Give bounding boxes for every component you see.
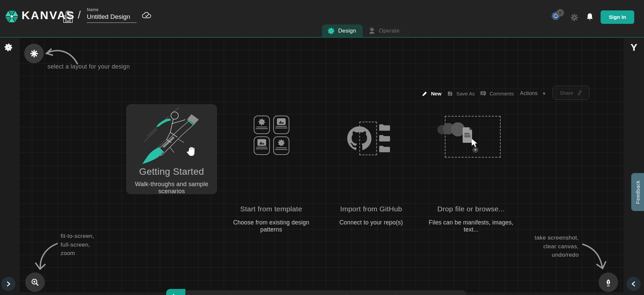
- resource-counter[interactable]: 0: [551, 11, 567, 22]
- tab-design-label: Design: [338, 28, 356, 34]
- design-name-field: Name Untitled Design: [87, 7, 137, 23]
- card-subtitle: Files can be manifests, images, text...: [422, 219, 520, 233]
- hand-cursor-icon: [186, 144, 198, 158]
- card-getting-started[interactable]: Getting Started Walk-throughs and sample…: [126, 104, 217, 194]
- tab-operate-label: Operate: [379, 28, 400, 34]
- name-field-label: Name: [87, 7, 137, 12]
- toolbar-separator: [230, 294, 230, 295]
- add-plus-badge: +: [472, 147, 478, 153]
- folder-icon: [379, 134, 390, 142]
- pen-nib-icon: [604, 278, 613, 287]
- select-pan-group: [166, 289, 185, 295]
- save-as-label: Save As: [456, 91, 475, 96]
- chevron-right-icon: [6, 281, 11, 287]
- folder-icon: [379, 145, 390, 153]
- card-title: Import from GitHub: [322, 205, 420, 213]
- card-title: Drop file or browse...: [422, 205, 520, 213]
- tab-design[interactable]: Design: [322, 25, 363, 37]
- workspace: Y select a layout for your design New: [0, 37, 644, 295]
- share-label: Share: [560, 90, 573, 96]
- card-import-github[interactable]: Import from GitHub Connect to your repo(…: [322, 115, 420, 194]
- pencil-new-icon: [422, 90, 428, 97]
- select-cursor-icon: [172, 293, 180, 295]
- floppy-save-icon: [447, 90, 453, 97]
- hint-line: clear canvas,: [505, 242, 579, 251]
- card-title: Start from template: [222, 205, 320, 213]
- y-partner-logo[interactable]: Y: [627, 42, 641, 53]
- hint-arrow-bottom-left: [32, 241, 60, 272]
- template-tile-spiral: [273, 136, 289, 155]
- github-octocat-icon: [347, 126, 371, 151]
- actions-label: Actions: [520, 90, 537, 96]
- new-label: New: [431, 91, 441, 96]
- operate-headset-icon: [368, 27, 375, 35]
- notification-count-badge: 0: [557, 9, 564, 16]
- hint-line: full-screen,: [61, 241, 94, 249]
- tab-operate[interactable]: Operate: [363, 25, 409, 37]
- expand-left-panel-button[interactable]: [1, 277, 15, 291]
- cursor-arrow-icon: [470, 138, 478, 148]
- card-start-from-template[interactable]: Start from template Choose from existing…: [222, 115, 320, 194]
- toolbar-separator: [347, 294, 347, 295]
- layout-asterisk-icon: [30, 49, 39, 58]
- hint-line: zoom: [61, 249, 94, 258]
- feedback-label: Feedback: [635, 180, 641, 204]
- sign-in-button[interactable]: Sign In: [601, 10, 634, 24]
- dropdown-arrow-icon: ▾: [543, 91, 545, 96]
- folder-icon: [379, 124, 390, 131]
- cloud-sync-status-icon: [141, 11, 153, 20]
- save-as-button[interactable]: Save As: [447, 87, 475, 100]
- kanvas-app: KANVAS / Name Untitled Design: [0, 0, 644, 295]
- share-button[interactable]: Share: [552, 86, 589, 100]
- hint-line: fit-to-screen,: [61, 232, 94, 241]
- organization-building-icon[interactable]: [63, 10, 73, 24]
- pen-actions-button[interactable]: [599, 272, 618, 292]
- settings-gear-icon[interactable]: [570, 13, 579, 22]
- card-title: Getting Started: [126, 166, 217, 177]
- notifications-bell-icon[interactable]: [585, 12, 594, 22]
- actions-dropdown[interactable]: Actions ▾: [520, 87, 545, 100]
- loading-spiral-icon: [4, 43, 13, 52]
- new-design-button[interactable]: New: [422, 87, 441, 100]
- template-tile-image: [254, 136, 270, 155]
- design-name-input[interactable]: Untitled Design: [87, 12, 137, 23]
- zoom-controls-button[interactable]: [25, 272, 45, 292]
- feedback-tab[interactable]: Feedback: [631, 173, 644, 211]
- card-subtitle: Walk-throughs and sample scenarios: [126, 181, 217, 195]
- hint-line: take screenshot,: [505, 234, 579, 242]
- comments-label: Comments: [490, 91, 514, 96]
- template-tile-spiral: [254, 116, 270, 134]
- zoom-hint-text: fit-to-screen, full-screen, zoom: [61, 232, 94, 258]
- tools-toolbar: T: [166, 290, 466, 295]
- design-spiral-icon: [327, 27, 335, 35]
- comments-bubble-icon: [480, 90, 487, 97]
- expand-right-panel-button[interactable]: [627, 277, 641, 291]
- select-tool-button[interactable]: [166, 289, 185, 295]
- right-side-strip: [625, 38, 644, 295]
- hint-arrow-bottom-right: [581, 241, 608, 271]
- chevron-left-icon: [631, 281, 636, 287]
- card-subtitle: Choose from existing design patterns: [222, 219, 320, 233]
- breadcrumb-separator: /: [78, 9, 81, 21]
- card-drop-file[interactable]: + Drop file or browse... Files can be ma…: [422, 115, 520, 194]
- layout-selector-button[interactable]: [24, 44, 44, 63]
- card-subtitle: Connect to your repo(s): [322, 219, 420, 226]
- share-link-icon: [577, 90, 582, 96]
- magnifier-plus-icon: [30, 278, 40, 287]
- comments-button[interactable]: Comments: [480, 87, 514, 100]
- hint-line: undo/redo: [505, 251, 579, 259]
- toolbar-separator: [396, 294, 397, 295]
- left-side-strip: [0, 38, 19, 295]
- actions-hint-text: take screenshot, clear canvas, undo/redo: [505, 234, 579, 259]
- template-tile-image: [273, 116, 289, 134]
- layout-hint-text: select a layout for your design: [47, 63, 130, 70]
- kanvas-logo-icon: [4, 9, 20, 24]
